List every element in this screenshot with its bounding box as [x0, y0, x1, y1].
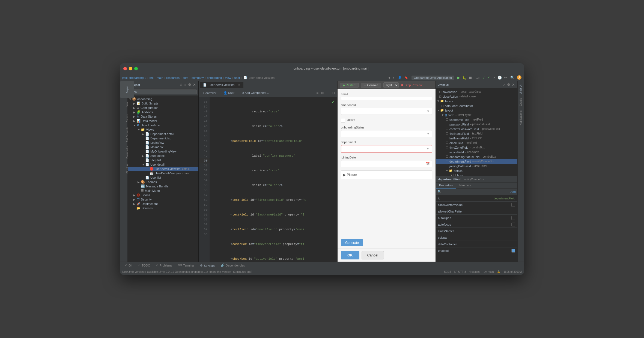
collapse-btn[interactable]: ≡ — [184, 82, 187, 87]
tree-item-main-menu[interactable]: ▶ ☰ Main Menu — [128, 189, 198, 193]
bottom-tab-problems[interactable]: ⚠ Problems — [153, 263, 175, 268]
breadcrumb-onboarding[interactable]: onboarding — [207, 76, 222, 79]
jmix-confirm-password-field[interactable]: ☐ confirmPasswordField – passwordField — [436, 127, 517, 131]
preview-timezone-select[interactable]: ▼ — [341, 108, 432, 115]
breadcrumb-src[interactable]: src — [150, 76, 154, 79]
autofocus-checkbox[interactable] — [511, 223, 515, 226]
jmix-active-field[interactable]: ☐ activeField – checkbox — [436, 150, 517, 154]
nav-back-btn[interactable]: ◂ — [388, 76, 390, 80]
auto-open-checkbox[interactable] — [511, 216, 515, 220]
tree-item-step-detail[interactable]: ▶ 📄 Step.detail — [128, 154, 198, 158]
tree-item-user-list[interactable]: ▶ 📄 User.list — [128, 175, 198, 180]
tree-item-deployment[interactable]: ▶ 🚀 Deployment — [128, 202, 198, 206]
jmix-details[interactable]: ▼ 📁 details — [436, 168, 517, 173]
breadcrumb-resources[interactable]: resources — [166, 76, 180, 79]
tree-item-dept-detail[interactable]: ▶ 📄 Department.detail — [128, 132, 198, 136]
code-editor[interactable]: 38 39 40 41 42 43 44 45 46 47 48 49 50 5… — [199, 97, 337, 262]
jmix-close-action[interactable]: ◻ closeAction – detail_close — [436, 94, 517, 99]
jmix-department-field[interactable]: ☐ departmentField – entityComboBox — [436, 159, 517, 164]
enabled-checkbox[interactable] — [511, 249, 515, 253]
props-add-btn[interactable]: + Add — [508, 190, 516, 193]
tree-item-message-bundle[interactable]: ▶ 🔤 Message Bundle — [128, 184, 198, 189]
tree-item-beans[interactable]: ▶ 🫘 Beans — [128, 193, 198, 197]
theme-selector[interactable]: light dark — [383, 82, 399, 88]
breadcrumb-view[interactable]: view — [225, 76, 231, 79]
git-history-icon[interactable]: 🕐 — [497, 76, 502, 80]
close-tab-btn[interactable]: × — [238, 83, 240, 86]
tree-root[interactable]: ▼ 📦 onboarding — [128, 97, 198, 101]
sidebar-tab-bookmarks[interactable]: Bookmarks — [120, 144, 134, 160]
run-config-selector[interactable]: Onboarding Jmix Application — [412, 76, 454, 80]
search-icon[interactable]: 🔍 — [510, 76, 515, 80]
tree-item-security[interactable]: ▶ 🛡 Security — [128, 197, 198, 202]
jmix-email-field[interactable]: ☐ emailField – textField — [436, 140, 517, 145]
bottom-tab-services[interactable]: ⚙ Services — [197, 263, 218, 268]
user-icon[interactable]: 👤 — [398, 76, 402, 79]
add-component-btn[interactable]: ⊕ Add Component... — [239, 90, 271, 95]
minimize-button[interactable] — [129, 67, 132, 70]
tree-item-user-detail[interactable]: ▼ 📄 User.detail — [128, 162, 198, 167]
stop-button[interactable]: ⏹ — [469, 76, 472, 80]
editor-split-btn[interactable]: ⊟ — [332, 91, 335, 95]
jmix-data-load-coordinator[interactable]: ◻ dataLoadCoordinator — [436, 103, 517, 108]
git-revert-icon[interactable]: ↩ — [504, 76, 507, 80]
maximize-button[interactable] — [134, 67, 138, 70]
generate-btn[interactable]: Generate — [341, 239, 363, 246]
jmix-username-field[interactable]: ☐ usernameField – textField — [436, 117, 517, 122]
close-panel-btn[interactable]: ✕ — [193, 82, 196, 87]
project-search-input[interactable] — [129, 89, 197, 94]
tree-item-themes[interactable]: ▶ 🎨 Themes — [128, 180, 198, 184]
jmix-facets[interactable]: ▼ 📁 facets — [436, 99, 517, 103]
git-push-icon[interactable]: ↗ — [492, 76, 495, 80]
bottom-tab-terminal[interactable]: ⌨ Terminal — [175, 263, 197, 268]
preview-department-select[interactable]: ▼ — [341, 145, 432, 152]
tree-item-sources[interactable]: ▶ 📂 Sources — [128, 206, 198, 210]
bookmark-icon[interactable]: 🔖 — [404, 76, 408, 79]
editor-menu-btn[interactable]: ≡ — [316, 91, 319, 95]
bottom-tab-todo[interactable]: ☑ TODO — [135, 263, 153, 268]
breadcrumb-project[interactable]: jmix-onboarding-2 — [122, 76, 146, 79]
jmix-expand-btn[interactable]: ⤢ — [502, 82, 506, 87]
sidebar-tab-commit[interactable]: Commit — [120, 111, 134, 125]
right-tab-notifications[interactable]: Notifications — [519, 108, 523, 127]
tree-item-user-detail-xml[interactable]: ▶ 🔴 user-detail-view.xml com.c — [128, 167, 198, 171]
bottom-tab-git[interactable]: ⎇ Git — [121, 263, 135, 268]
props-tab-handlers[interactable]: Handlers — [456, 183, 475, 189]
right-tab-gradle[interactable]: Gradle — [519, 96, 523, 108]
tree-item-data-stores[interactable]: ▶ 🗄 Data Stores — [128, 114, 198, 119]
preview-date-input[interactable] — [341, 161, 424, 167]
tree-item-login-view[interactable]: ▶ 📄 LoginView — [128, 140, 198, 145]
tree-item-main-view[interactable]: ▶ 📄 MainView — [128, 145, 198, 149]
close-button[interactable] — [123, 67, 127, 70]
editor-view-btn[interactable]: □ — [327, 91, 329, 95]
console-btn[interactable]: ☰ Console — [361, 83, 381, 88]
tree-item-data-model[interactable]: ▶ 📊 Data Model — [128, 119, 198, 123]
sidebar-tab-pull-requests[interactable]: Pull Requests — [120, 125, 134, 144]
tree-item-build-scripts[interactable]: ▶ 📝 Build Scripts — [128, 101, 198, 106]
jmix-layout[interactable]: ▼ 📁 layout — [436, 108, 517, 113]
sidebar-tab-jmix[interactable]: Jmix — [120, 98, 134, 111]
editor-grid-btn[interactable]: ⊞ — [321, 91, 324, 95]
allow-custom-value-checkbox[interactable] — [511, 203, 515, 207]
tree-item-my-onboarding[interactable]: ▶ 📄 MyOnboardingView — [128, 149, 198, 154]
run-button[interactable]: ▶ — [457, 75, 460, 80]
sidebar-tab-project[interactable]: Project — [120, 81, 134, 98]
locate-btn[interactable]: ⊕ — [179, 82, 183, 87]
nav-forward-btn[interactable]: ▸ — [393, 76, 395, 80]
props-tab-properties[interactable]: Properties — [436, 183, 456, 189]
jmix-save-action[interactable]: ◻ saveAction – detail_saveClose — [436, 89, 517, 94]
jmix-settings-btn[interactable]: ⚙ — [507, 82, 511, 87]
props-search-input[interactable] — [443, 190, 507, 193]
editor-tab-xml[interactable]: 📄 user-detail-view.xml × — [200, 82, 243, 88]
tree-item-user-detail-java[interactable]: ▶ ☕ UserDetailView.java com.co — [128, 171, 198, 175]
git-check2-icon[interactable]: ✓ — [487, 76, 490, 80]
jmix-joining-date-field[interactable]: ☐ joiningDateField – datePicker — [436, 164, 517, 168]
git-check-icon[interactable]: ✓ — [482, 76, 485, 80]
user-btn[interactable]: 👤 User — [221, 90, 237, 95]
tree-item-configuration[interactable]: ▶ ⚙ Configuration — [128, 106, 198, 110]
jmix-last-name-field[interactable]: ☐ lastNameField – textField — [436, 136, 517, 140]
calendar-icon[interactable]: 📅 — [424, 160, 432, 167]
ok-btn[interactable]: OK — [341, 251, 359, 259]
settings-btn[interactable]: ⚙ — [188, 82, 192, 87]
jmix-form[interactable]: ▼ ▦ form – formLayout — [436, 113, 517, 117]
